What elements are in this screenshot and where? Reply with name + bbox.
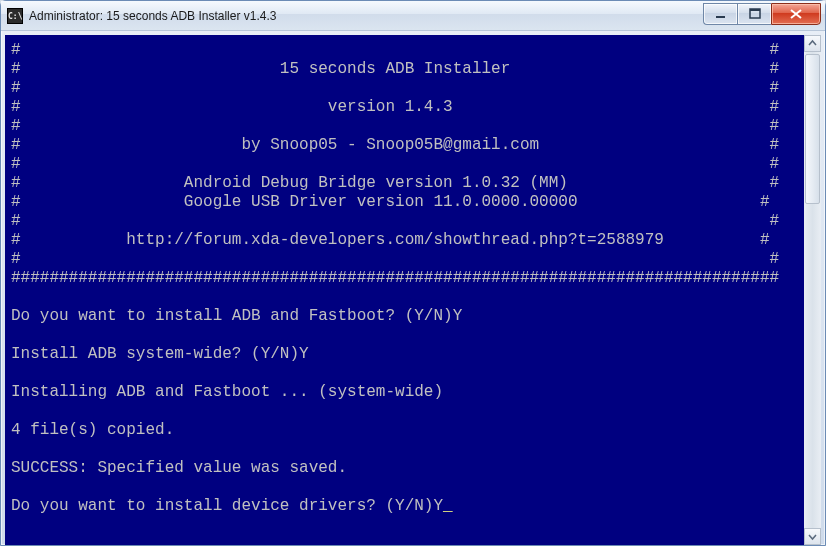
vertical-scrollbar[interactable]: [804, 35, 821, 545]
window-control-group: [703, 3, 821, 25]
minimize-icon: [715, 8, 727, 20]
scroll-up-button[interactable]: [804, 35, 821, 52]
svg-rect-2: [750, 9, 760, 11]
cmd-icon: C:\: [7, 8, 23, 24]
scroll-thumb[interactable]: [805, 54, 820, 204]
console-client-area: # # # 15 seconds ADB Installer # #: [5, 35, 821, 545]
titlebar[interactable]: C:\ Administrator: 15 seconds ADB Instal…: [1, 1, 825, 31]
close-icon: [789, 8, 803, 20]
minimize-button[interactable]: [703, 3, 737, 25]
console-text: # # # 15 seconds ADB Installer # #: [11, 41, 779, 515]
maximize-button[interactable]: [737, 3, 771, 25]
maximize-icon: [749, 8, 761, 20]
window-title: Administrator: 15 seconds ADB Installer …: [29, 9, 276, 23]
text-cursor: _: [443, 497, 453, 515]
console-window: C:\ Administrator: 15 seconds ADB Instal…: [0, 0, 826, 546]
svg-rect-0: [716, 16, 725, 18]
scroll-down-button[interactable]: [804, 528, 821, 545]
chevron-up-icon: [808, 39, 817, 48]
scroll-track[interactable]: [804, 52, 821, 528]
chevron-down-icon: [808, 532, 817, 541]
console-output[interactable]: # # # 15 seconds ADB Installer # #: [5, 35, 804, 545]
close-button[interactable]: [771, 3, 821, 25]
